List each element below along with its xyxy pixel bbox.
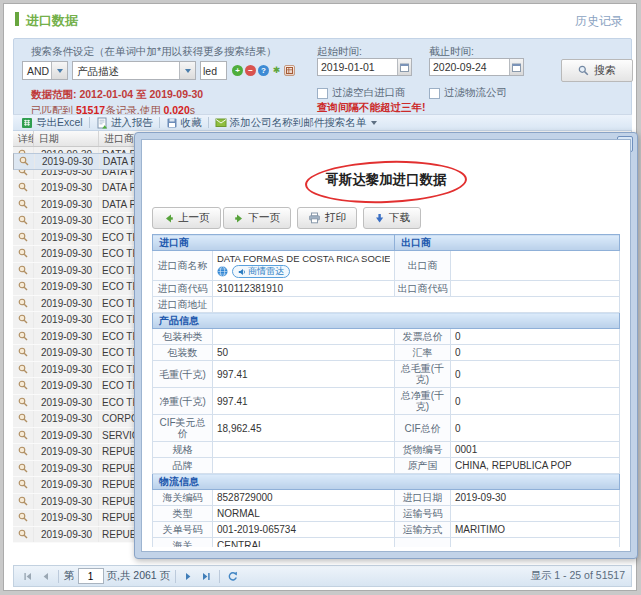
- search-panel: 搜索条件设定（在单词中加*用以获得更多搜索结果） AND 产品描述 + − ? …: [13, 38, 632, 116]
- calendar-icon[interactable]: [397, 59, 411, 75]
- arrow-left-icon: [163, 213, 174, 224]
- row-detail-cell[interactable]: [13, 527, 34, 543]
- row-detail-cell[interactable]: [13, 461, 34, 477]
- row-date-cell: 2019-09-30: [34, 279, 99, 295]
- remove-condition-icon[interactable]: −: [245, 65, 256, 76]
- row-detail-cell[interactable]: [13, 444, 34, 460]
- bool-operator-select[interactable]: AND: [22, 61, 68, 80]
- search-button[interactable]: 搜索: [561, 59, 633, 82]
- page-title: 进口数据: [26, 12, 78, 30]
- export-excel-button[interactable]: 导出Excel: [21, 116, 83, 130]
- field-value: DATA FORMAS DE COSTA RICA SOCIEDAD ANONI…: [213, 251, 395, 281]
- field-value: 0: [451, 361, 620, 388]
- pager-bar: 第 页,共 2061 页 显示 1 - 25 of 51517: [13, 565, 632, 587]
- magnifier-icon: [18, 364, 28, 374]
- range-warning-text: 查询间隔不能超过三年!: [317, 101, 426, 115]
- magnifier-icon: [18, 182, 28, 192]
- history-link[interactable]: 历史记录: [575, 13, 623, 30]
- magnifier-icon: [18, 281, 28, 291]
- field-value: MARITIMO: [451, 522, 620, 538]
- field-value: [451, 281, 620, 297]
- row-detail-cell[interactable]: [13, 312, 34, 328]
- filter-logistics-checkbox[interactable]: [429, 88, 440, 99]
- row-detail-cell[interactable]: [13, 296, 34, 312]
- next-record-button[interactable]: 下一页: [223, 207, 292, 229]
- page-number-input[interactable]: [78, 568, 104, 584]
- previous-page-button[interactable]: [38, 569, 53, 584]
- detail-table-wrap: 进口商出口商进口商名称DATA FORMAS DE COSTA RICA SOC…: [152, 234, 620, 547]
- globe-icon[interactable]: [217, 266, 228, 277]
- download-button[interactable]: 下载: [363, 207, 421, 229]
- magnifier-icon: [18, 380, 28, 390]
- row-detail-cell[interactable]: [13, 197, 34, 213]
- row-detail-cell[interactable]: [13, 477, 34, 493]
- row-date-cell: 2019-09-30: [34, 362, 99, 378]
- column-header-date[interactable]: 日期: [34, 131, 99, 146]
- field-value: [451, 538, 620, 548]
- row-detail-cell[interactable]: [14, 154, 35, 169]
- field-label: 运输号码: [395, 506, 451, 522]
- modal-body: 哥斯达黎加进口数据 上一页 下一页 打印 下载: [141, 139, 631, 552]
- row-detail-cell[interactable]: [13, 329, 34, 345]
- row-detail-cell[interactable]: [13, 246, 34, 262]
- business-radar-badge[interactable]: 商情雷达: [232, 265, 290, 278]
- help-icon[interactable]: ?: [258, 65, 269, 76]
- enter-report-button[interactable]: 进入报告: [96, 116, 153, 130]
- field-value: 001-2019-065734: [213, 522, 395, 538]
- field-label: 关单号码: [153, 522, 213, 538]
- row-detail-cell[interactable]: [13, 279, 34, 295]
- field-value: CENTRAL: [213, 538, 395, 548]
- clear-conditions-icon[interactable]: [284, 65, 295, 76]
- favorite-button[interactable]: 收藏: [166, 116, 202, 130]
- detail-row: 关单号码001-2019-065734运输方式MARITIMO: [153, 522, 620, 538]
- field-value: [451, 251, 620, 281]
- main-panel: 进口数据 历史记录 搜索条件设定（在单词中加*用以获得更多搜索结果） AND 产…: [3, 3, 637, 591]
- condition-buttons: + − ? ✱: [232, 65, 295, 76]
- previous-record-button[interactable]: 上一页: [152, 207, 221, 229]
- magnifier-icon: [18, 397, 28, 407]
- row-detail-cell[interactable]: [13, 180, 34, 196]
- end-date-label: 截止时间:: [429, 45, 474, 59]
- row-detail-cell[interactable]: [13, 378, 34, 394]
- first-page-button[interactable]: [20, 569, 35, 584]
- row-detail-cell[interactable]: [13, 362, 34, 378]
- add-condition-icon[interactable]: +: [232, 65, 243, 76]
- wildcard-icon[interactable]: ✱: [271, 65, 282, 76]
- row-detail-cell[interactable]: [13, 263, 34, 279]
- row-detail-cell[interactable]: [13, 428, 34, 444]
- magnifier-icon: [18, 479, 28, 489]
- field-label: 货物编号: [395, 442, 451, 458]
- row-detail-cell[interactable]: [13, 213, 34, 229]
- row-date-cell: 2019-09-30: [34, 230, 99, 246]
- detail-row: 进口商代码310112381910出口商代码: [153, 281, 620, 297]
- magnifier-icon: [18, 430, 28, 440]
- field-label: 总净重(千克): [395, 388, 451, 415]
- field-value: [213, 329, 395, 345]
- calendar-icon[interactable]: [509, 59, 523, 75]
- row-detail-cell[interactable]: [13, 345, 34, 361]
- column-header-detail[interactable]: 详细: [13, 131, 34, 146]
- keyword-input[interactable]: [200, 61, 227, 80]
- row-detail-cell[interactable]: [13, 230, 34, 246]
- last-page-button[interactable]: [199, 569, 214, 584]
- field-value: 0: [451, 329, 620, 345]
- excel-icon: [21, 117, 33, 129]
- add-company-to-mail-list-button[interactable]: 添加公司名称到邮件搜索名单: [215, 116, 378, 130]
- row-detail-cell[interactable]: [13, 510, 34, 526]
- field-label: 包装数: [153, 345, 213, 361]
- refresh-icon[interactable]: [225, 569, 240, 584]
- pager-separator: [58, 570, 59, 583]
- row-detail-cell[interactable]: [13, 411, 34, 427]
- search-field-select[interactable]: 产品描述: [72, 61, 196, 80]
- detail-row: CIF美元总价18,962.45CIF总价0: [153, 415, 620, 442]
- next-page-button[interactable]: [181, 569, 196, 584]
- filter-logistics-label: 过滤物流公司: [444, 86, 507, 100]
- pager-separator: [175, 570, 176, 583]
- row-date-cell: 2019-09-30: [34, 461, 99, 477]
- row-detail-cell[interactable]: [13, 494, 34, 510]
- filter-blank-importer-checkbox[interactable]: [317, 88, 328, 99]
- row-detail-cell[interactable]: [13, 395, 34, 411]
- print-button[interactable]: 打印: [297, 207, 357, 229]
- field-value: 2019-09-30: [451, 490, 620, 506]
- section-header: 出口商: [395, 235, 620, 251]
